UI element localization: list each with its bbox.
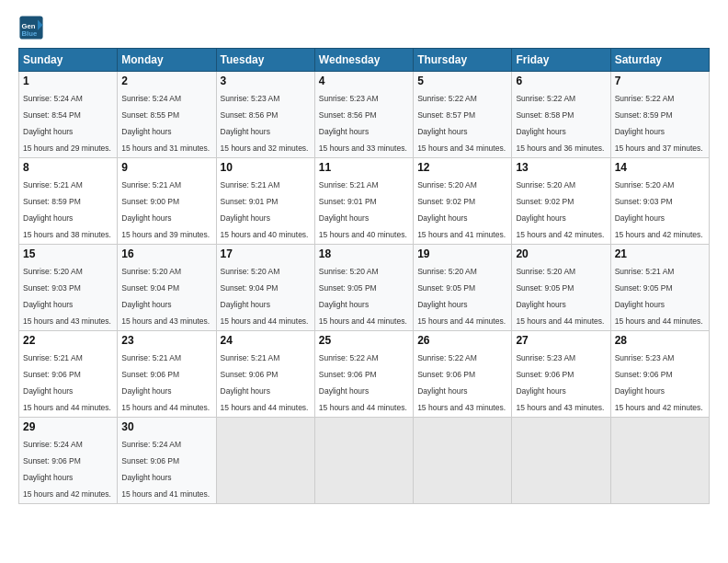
day-info: Sunrise: 5:21 AMSunset: 9:06 PMDaylight … xyxy=(121,353,210,412)
day-info: Sunrise: 5:24 AMSunset: 9:06 PMDaylight … xyxy=(121,440,210,499)
day-info: Sunrise: 5:20 AMSunset: 9:04 PMDaylight … xyxy=(121,267,210,326)
day-info: Sunrise: 5:20 AMSunset: 9:05 PMDaylight … xyxy=(516,267,604,326)
day-number: 18 xyxy=(319,247,409,260)
day-number: 6 xyxy=(516,75,606,87)
day-number: 3 xyxy=(221,75,311,87)
calendar-cell: 27 Sunrise: 5:23 AMSunset: 9:06 PMDaylig… xyxy=(512,331,610,418)
calendar-row-4: 22 Sunrise: 5:21 AMSunset: 9:06 PMDaylig… xyxy=(19,331,710,418)
calendar-cell: 25 Sunrise: 5:22 AMSunset: 9:06 PMDaylig… xyxy=(314,331,413,418)
calendar-cell: 28 Sunrise: 5:23 AMSunset: 9:06 PMDaylig… xyxy=(610,331,709,418)
calendar-header-row: SundayMondayTuesdayWednesdayThursdayFrid… xyxy=(19,49,710,72)
weekday-header-saturday: Saturday xyxy=(610,49,709,72)
day-number: 24 xyxy=(221,334,311,347)
calendar-cell: 1 Sunrise: 5:24 AMSunset: 8:54 PMDayligh… xyxy=(19,72,118,158)
day-info: Sunrise: 5:21 AMSunset: 9:00 PMDaylight … xyxy=(121,180,210,239)
day-number: 17 xyxy=(221,247,311,260)
day-info: Sunrise: 5:20 AMSunset: 9:05 PMDaylight … xyxy=(417,267,506,326)
calendar-cell: 29 Sunrise: 5:24 AMSunset: 9:06 PMDaylig… xyxy=(19,418,118,504)
day-info: Sunrise: 5:20 AMSunset: 9:03 PMDaylight … xyxy=(23,267,111,326)
day-number: 8 xyxy=(23,161,113,174)
weekday-header-monday: Monday xyxy=(118,49,216,72)
logo: Gen Blue xyxy=(18,15,48,40)
day-number: 23 xyxy=(121,334,211,347)
day-number: 9 xyxy=(121,161,211,174)
day-number: 13 xyxy=(516,161,606,174)
calendar-cell: 24 Sunrise: 5:21 AMSunset: 9:06 PMDaylig… xyxy=(216,331,314,418)
day-number: 14 xyxy=(615,161,705,174)
day-info: Sunrise: 5:22 AMSunset: 9:06 PMDaylight … xyxy=(417,353,506,412)
calendar-cell xyxy=(314,418,413,504)
calendar-cell: 18 Sunrise: 5:20 AMSunset: 9:05 PMDaylig… xyxy=(314,245,413,331)
day-number: 25 xyxy=(319,334,409,347)
day-info: Sunrise: 5:20 AMSunset: 9:02 PMDaylight … xyxy=(516,180,604,239)
calendar-cell: 11 Sunrise: 5:21 AMSunset: 9:01 PMDaylig… xyxy=(314,158,413,245)
day-number: 4 xyxy=(319,75,409,87)
day-info: Sunrise: 5:22 AMSunset: 8:59 PMDaylight … xyxy=(615,94,703,153)
calendar-cell xyxy=(414,418,512,504)
header: Gen Blue xyxy=(18,15,710,40)
day-number: 10 xyxy=(221,161,311,174)
calendar-cell: 9 Sunrise: 5:21 AMSunset: 9:00 PMDayligh… xyxy=(118,158,216,245)
calendar-cell: 23 Sunrise: 5:21 AMSunset: 9:06 PMDaylig… xyxy=(118,331,216,418)
weekday-header-tuesday: Tuesday xyxy=(216,49,314,72)
day-info: Sunrise: 5:21 AMSunset: 9:05 PMDaylight … xyxy=(615,267,703,326)
calendar-cell: 6 Sunrise: 5:22 AMSunset: 8:58 PMDayligh… xyxy=(512,72,610,158)
day-number: 15 xyxy=(23,247,113,260)
day-number: 21 xyxy=(615,247,705,260)
day-info: Sunrise: 5:21 AMSunset: 9:06 PMDaylight … xyxy=(23,353,111,412)
day-info: Sunrise: 5:23 AMSunset: 9:06 PMDaylight … xyxy=(516,353,604,412)
logo-icon: Gen Blue xyxy=(18,15,44,40)
calendar-cell: 17 Sunrise: 5:20 AMSunset: 9:04 PMDaylig… xyxy=(216,245,314,331)
day-info: Sunrise: 5:20 AMSunset: 9:04 PMDaylight … xyxy=(221,267,309,326)
weekday-header-friday: Friday xyxy=(512,49,610,72)
day-number: 27 xyxy=(516,334,606,347)
weekday-header-sunday: Sunday xyxy=(19,49,118,72)
day-info: Sunrise: 5:24 AMSunset: 8:54 PMDaylight … xyxy=(23,94,111,153)
calendar-cell: 16 Sunrise: 5:20 AMSunset: 9:04 PMDaylig… xyxy=(118,245,216,331)
calendar-cell: 14 Sunrise: 5:20 AMSunset: 9:03 PMDaylig… xyxy=(610,158,709,245)
calendar-row-5: 29 Sunrise: 5:24 AMSunset: 9:06 PMDaylig… xyxy=(19,418,710,504)
day-info: Sunrise: 5:24 AMSunset: 8:55 PMDaylight … xyxy=(121,94,210,153)
calendar-cell: 12 Sunrise: 5:20 AMSunset: 9:02 PMDaylig… xyxy=(414,158,512,245)
day-number: 29 xyxy=(23,420,113,433)
day-info: Sunrise: 5:20 AMSunset: 9:02 PMDaylight … xyxy=(417,180,506,239)
day-number: 16 xyxy=(121,247,211,260)
day-info: Sunrise: 5:23 AMSunset: 8:56 PMDaylight … xyxy=(221,94,309,153)
day-number: 22 xyxy=(23,334,113,347)
day-number: 2 xyxy=(121,75,211,87)
day-info: Sunrise: 5:20 AMSunset: 9:05 PMDaylight … xyxy=(319,267,407,326)
calendar-cell: 2 Sunrise: 5:24 AMSunset: 8:55 PMDayligh… xyxy=(118,72,216,158)
day-number: 11 xyxy=(319,161,409,174)
calendar-cell: 22 Sunrise: 5:21 AMSunset: 9:06 PMDaylig… xyxy=(19,331,118,418)
day-info: Sunrise: 5:20 AMSunset: 9:03 PMDaylight … xyxy=(615,180,703,239)
day-number: 5 xyxy=(417,75,507,87)
calendar-cell: 19 Sunrise: 5:20 AMSunset: 9:05 PMDaylig… xyxy=(414,245,512,331)
calendar-cell: 13 Sunrise: 5:20 AMSunset: 9:02 PMDaylig… xyxy=(512,158,610,245)
day-number: 19 xyxy=(417,247,507,260)
calendar-cell: 3 Sunrise: 5:23 AMSunset: 8:56 PMDayligh… xyxy=(216,72,314,158)
calendar-cell xyxy=(512,418,610,504)
calendar-cell xyxy=(216,418,314,504)
calendar-cell: 8 Sunrise: 5:21 AMSunset: 8:59 PMDayligh… xyxy=(19,158,118,245)
calendar: SundayMondayTuesdayWednesdayThursdayFrid… xyxy=(18,48,710,504)
calendar-cell: 30 Sunrise: 5:24 AMSunset: 9:06 PMDaylig… xyxy=(118,418,216,504)
day-number: 12 xyxy=(417,161,507,174)
day-info: Sunrise: 5:21 AMSunset: 9:06 PMDaylight … xyxy=(221,353,309,412)
calendar-cell: 26 Sunrise: 5:22 AMSunset: 9:06 PMDaylig… xyxy=(414,331,512,418)
day-number: 28 xyxy=(615,334,705,347)
day-info: Sunrise: 5:21 AMSunset: 9:01 PMDaylight … xyxy=(319,180,407,239)
calendar-cell: 4 Sunrise: 5:23 AMSunset: 8:56 PMDayligh… xyxy=(314,72,413,158)
day-info: Sunrise: 5:22 AMSunset: 8:58 PMDaylight … xyxy=(516,94,604,153)
calendar-cell: 21 Sunrise: 5:21 AMSunset: 9:05 PMDaylig… xyxy=(610,245,709,331)
day-info: Sunrise: 5:23 AMSunset: 9:06 PMDaylight … xyxy=(615,353,703,412)
day-info: Sunrise: 5:21 AMSunset: 9:01 PMDaylight … xyxy=(221,180,309,239)
page: Gen Blue SundayMondayTuesdayWednesdayThu… xyxy=(0,0,728,563)
calendar-cell xyxy=(610,418,709,504)
weekday-header-wednesday: Wednesday xyxy=(314,49,413,72)
day-info: Sunrise: 5:22 AMSunset: 8:57 PMDaylight … xyxy=(417,94,506,153)
calendar-cell: 15 Sunrise: 5:20 AMSunset: 9:03 PMDaylig… xyxy=(19,245,118,331)
day-number: 20 xyxy=(516,247,606,260)
day-info: Sunrise: 5:24 AMSunset: 9:06 PMDaylight … xyxy=(23,440,111,499)
calendar-cell: 5 Sunrise: 5:22 AMSunset: 8:57 PMDayligh… xyxy=(414,72,512,158)
calendar-cell: 7 Sunrise: 5:22 AMSunset: 8:59 PMDayligh… xyxy=(610,72,709,158)
